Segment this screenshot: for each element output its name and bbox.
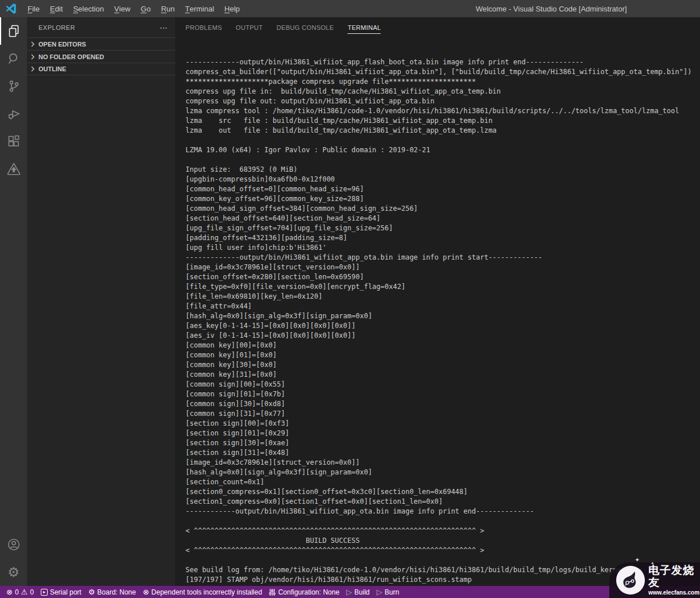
window-title: Welcome - Visual Studio Code [Administra… [402, 5, 700, 13]
terminal-line: compress upg file out: output/bin/Hi3861… [185, 97, 700, 106]
terminal-line: [common_key_offset=96][common_key_size=2… [185, 194, 700, 204]
error-icon: ⊗ [143, 588, 149, 596]
terminal-line: [section sign][31]=[0x48] [185, 448, 700, 458]
search-icon[interactable] [0, 45, 27, 72]
tab-terminal[interactable]: TERMINAL [347, 21, 381, 34]
tab-output[interactable]: OUTPUT [236, 21, 263, 34]
problems-status[interactable]: ⊗ 0 ⚠ 0 [3, 586, 37, 598]
status-bar: ⊗ 0 ⚠ 0 ▸ Serial port ⚙ Board: None ⊗ De… [0, 586, 700, 598]
sparkle-icon: ✦ [651, 561, 654, 566]
terminal-line: [common sign][31]=[0x77] [185, 409, 700, 419]
titlebar: File Edit Selection View Go Run Terminal… [0, 0, 700, 17]
settings-gear-icon[interactable]: ⚙ [0, 558, 27, 586]
terminal-line: lzma compress tool : /home/tiko/Hi3861/c… [185, 106, 700, 116]
configuration-button[interactable]: Configuration: None [265, 586, 343, 598]
terminal-line: [common key][01]=[0x0] [185, 350, 700, 360]
terminal-line: [section sign][00]=[0xf3] [185, 419, 700, 429]
terminal-line [185, 136, 700, 145]
terminal-line: [file_type=0xf0][file_version=0x0][encry… [185, 282, 700, 292]
explorer-icon[interactable] [0, 17, 27, 45]
build-button[interactable]: ▷ Build [343, 586, 373, 598]
section-no-folder-opened[interactable]: NO FOLDER OPENED [27, 50, 175, 63]
terminal-line: [common key][31]=[0x0] [185, 370, 700, 380]
terminal-line: [upg fill user info]chip:b'Hi3861' [185, 243, 700, 253]
menu-view[interactable]: View [109, 0, 136, 17]
deveco-device-tool-icon[interactable] [0, 155, 27, 183]
terminal-output[interactable]: -------------output/bin/Hi3861_wifiiot_a… [175, 37, 700, 586]
terminal-line: [hash_alg=0x0][sign_alg=0x3f][sign_param… [185, 468, 700, 477]
menu-edit[interactable]: Edit [45, 0, 68, 17]
more-actions-icon[interactable]: ⋯ [160, 23, 168, 32]
burn-button[interactable]: ▷ Burn [373, 586, 403, 598]
bottom-panel: PROBLEMS OUTPUT DEBUG CONSOLE TERMINAL -… [175, 17, 700, 586]
configuration-label: Configuration: None [278, 588, 339, 596]
terminal-line [185, 155, 700, 165]
terminal-line: BUILD SUCCESS [185, 536, 700, 546]
menu-terminal[interactable]: Terminal [180, 0, 219, 17]
source-control-icon[interactable] [0, 72, 27, 100]
activity-bar: ⚙ [0, 17, 27, 586]
play-icon: ▷ [377, 588, 382, 596]
panel-tabs: PROBLEMS OUTPUT DEBUG CONSOLE TERMINAL [175, 17, 700, 37]
terminal-line: [upg_file_sign_offset=704][upg_file_sign… [185, 223, 700, 233]
section-label: OUTLINE [38, 65, 66, 72]
menu-selection[interactable]: Selection [68, 0, 109, 17]
gear-icon: ⚙ [88, 588, 95, 596]
menu-run[interactable]: Run [156, 0, 180, 17]
chevron-right-icon [28, 64, 37, 74]
run-debug-icon[interactable] [0, 100, 27, 128]
section-outline[interactable]: OUTLINE [27, 63, 175, 75]
chevron-right-icon [28, 52, 37, 61]
serial-port-label: Serial port [50, 588, 82, 596]
serial-port-icon: ▸ [41, 589, 48, 596]
elecfans-logo-icon [616, 566, 645, 595]
sliders-icon [269, 589, 276, 596]
account-icon[interactable] [0, 531, 27, 558]
error-count: 0 [15, 588, 19, 596]
terminal-line: [section1_compress=0x0][section1_offset=… [185, 497, 700, 507]
terminal-line: compress_ota_builder(["output/bin/Hi3861… [185, 67, 700, 77]
warning-count: 0 [30, 588, 34, 596]
terminal-line: [common key][00]=[0x0] [185, 341, 700, 350]
menu-file[interactable]: File [22, 0, 45, 17]
menu-go[interactable]: Go [136, 0, 156, 17]
menu-help[interactable]: Help [219, 0, 245, 17]
serial-port-button[interactable]: ▸ Serial port [37, 586, 85, 598]
terminal-line: < ^^^^^^^^^^^^^^^^^^^^^^^^^^^^^^^^^^^^^^… [185, 546, 700, 555]
vscode-window: File Edit Selection View Go Run Terminal… [0, 0, 700, 598]
terminal-line: [file_len=0x69810][key_len=0x120] [185, 292, 700, 302]
terminal-line: [section_offset=0x280][section_len=0x695… [185, 272, 700, 282]
board-button[interactable]: ⚙ Board: None [85, 586, 140, 598]
terminal-line: lzma out file : build/build_tmp/cache/Hi… [185, 126, 700, 136]
terminal-line: [common sign][30]=[0xd8] [185, 399, 700, 409]
chevron-right-icon [28, 40, 37, 49]
terminal-line: [common_head_sign_offset=384][common_hea… [185, 204, 700, 214]
tab-debug-console[interactable]: DEBUG CONSOLE [277, 21, 334, 34]
terminal-line: [aes_iv [0-1-14-15]=[0x0][0x0][0x0][0x0]… [185, 331, 700, 341]
terminal-line: ********************package compress upg… [185, 77, 700, 87]
menu-bar: File Edit Selection View Go Run Terminal… [22, 0, 245, 17]
warning-icon: ⚠ [21, 588, 28, 596]
error-icon: ⊗ [6, 588, 13, 596]
terminal-line: [common sign][01]=[0x7b] [185, 389, 700, 399]
terminal-line: [section sign][01]=[0x29] [185, 429, 700, 438]
terminal-line: LZMA 19.00 (x64) : Igor Pavlov : Public … [185, 145, 700, 155]
terminal-line [185, 516, 700, 526]
terminal-line: [section sign][30]=[0xae] [185, 438, 700, 448]
explorer-sidebar: EXPLORER ⋯ OPEN EDITORS NO FOLDER OPENED… [27, 17, 175, 586]
terminal-line: [upgbin-compressbin]0xa6fb0-0x12f000 [185, 175, 700, 184]
terminal-line: Input size: 683952 (0 MiB) [185, 165, 700, 175]
section-open-editors[interactable]: OPEN EDITORS [27, 37, 175, 50]
sparkle-icon: ✦ [635, 557, 640, 563]
terminal-line: -------------output/bin/Hi3861_wifiiot_a… [185, 57, 700, 67]
tab-problems[interactable]: PROBLEMS [185, 21, 222, 34]
terminal-line: [common_head_offset=0][common_head_size=… [185, 184, 700, 194]
terminal-line: [file_attr=0x44] [185, 302, 700, 311]
section-label: OPEN EDITORS [38, 41, 86, 48]
watermark-url: www.elecfans.com [648, 589, 700, 596]
extensions-icon[interactable] [0, 128, 27, 155]
dependent-tools-label: Dependent tools incorrectly installed [152, 588, 262, 596]
terminal-line: [image_id=0x3c78961e][struct_version=0x0… [185, 263, 700, 272]
dependent-tools-status[interactable]: ⊗ Dependent tools incorrectly installed [140, 586, 266, 598]
terminal-line: [section0_compress=0x1][section0_offset=… [185, 487, 700, 497]
